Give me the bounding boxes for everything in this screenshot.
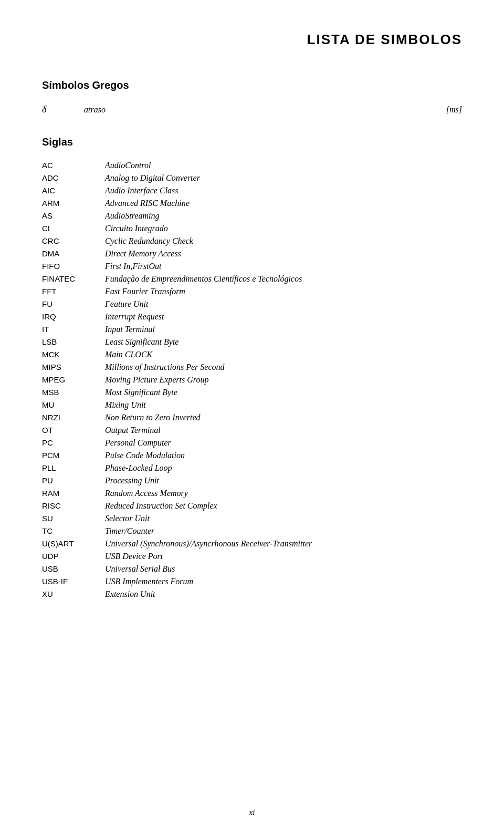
sigla-desc: Most Significant Byte <box>105 388 462 397</box>
sigla-abbr: UDP <box>42 552 105 561</box>
sigla-row: CRC Cyclic Redundancy Check <box>42 236 462 246</box>
sigla-abbr: FINATEC <box>42 274 105 283</box>
sigla-abbr: CRC <box>42 236 105 245</box>
sigla-row: ARM Advanced RISC Machine <box>42 199 462 208</box>
sigla-abbr: OT <box>42 426 105 434</box>
sigla-row: PC Personal Computer <box>42 438 462 448</box>
sigla-desc: Least Significant Byte <box>105 337 462 347</box>
sigla-abbr: AC <box>42 161 105 170</box>
sigla-desc: Interrupt Request <box>105 312 462 322</box>
sigla-desc: Cyclic Redundancy Check <box>105 236 462 246</box>
sigla-desc: Input Terminal <box>105 325 462 334</box>
sigla-row: RISC Reduced Instruction Set Complex <box>42 501 462 511</box>
sigla-row: MSB Most Significant Byte <box>42 388 462 397</box>
sigla-desc: Feature Unit <box>105 299 462 309</box>
sigla-desc: Moving Picture Experts Group <box>105 375 462 385</box>
sigla-desc: Circuito Integrado <box>105 224 462 233</box>
sigla-row: AIC Audio Interface Class <box>42 186 462 195</box>
sigla-row: FINATEC Fundação de Empreendimentos Cien… <box>42 274 462 284</box>
page-number: xi <box>249 808 255 817</box>
sigla-desc: Audio Interface Class <box>105 186 462 195</box>
siglas-heading: Siglas <box>42 136 462 148</box>
sigla-row: FU Feature Unit <box>42 299 462 309</box>
sigla-row: XU Extension Unit <box>42 589 462 599</box>
sigla-abbr: ADC <box>42 173 105 182</box>
sigla-abbr: MCK <box>42 350 105 359</box>
greek-section: Símbolos Gregos δ atraso [ms] <box>42 79 462 115</box>
sigla-abbr: ARM <box>42 199 105 208</box>
greek-unit: [ms] <box>420 105 462 115</box>
sigla-row: OT Output Terminal <box>42 426 462 435</box>
sigla-abbr: USB-IF <box>42 577 105 586</box>
sigla-row: UDP USB Device Port <box>42 552 462 561</box>
sigla-desc: Analog to Digital Converter <box>105 173 462 183</box>
sigla-abbr: CI <box>42 224 105 233</box>
sigla-abbr: MIPS <box>42 363 105 371</box>
sigla-row: USB Universal Serial Bus <box>42 564 462 574</box>
sigla-abbr: DMA <box>42 249 105 258</box>
sigla-abbr: PCM <box>42 451 105 460</box>
sigla-row: PLL Phase-Locked Loop <box>42 463 462 473</box>
sigla-row: MCK Main CLOCK <box>42 350 462 359</box>
sigla-abbr: LSB <box>42 337 105 346</box>
sigla-row: U(S)ART Universal (Synchronous)/Asyncrho… <box>42 539 462 549</box>
sigla-desc: AudioControl <box>105 161 462 170</box>
sigla-row: MU Mixing Unit <box>42 400 462 410</box>
greek-description: atraso <box>84 105 420 115</box>
greek-row: δ atraso [ms] <box>42 104 462 115</box>
sigla-abbr: IT <box>42 325 105 334</box>
sigla-row: MPEG Moving Picture Experts Group <box>42 375 462 385</box>
sigla-abbr: AIC <box>42 186 105 195</box>
sigla-desc: Advanced RISC Machine <box>105 199 462 208</box>
sigla-abbr: FFT <box>42 287 105 296</box>
sigla-abbr: TC <box>42 526 105 535</box>
sigla-row: TC Timer/Counter <box>42 526 462 536</box>
sigla-row: CI Circuito Integrado <box>42 224 462 233</box>
sigla-row: FIFO First In,FirstOut <box>42 262 462 271</box>
sigla-abbr: MU <box>42 400 105 409</box>
sigla-row: FFT Fast Fourier Transform <box>42 287 462 296</box>
sigla-row: USB-IF USB Implementers Forum <box>42 577 462 586</box>
sigla-row: ADC Analog to Digital Converter <box>42 173 462 183</box>
sigla-desc: Pulse Code Modulation <box>105 451 462 460</box>
sigla-abbr: PLL <box>42 463 105 472</box>
sigla-abbr: MSB <box>42 388 105 397</box>
sigla-abbr: SU <box>42 514 105 523</box>
sigla-row: PU Processing Unit <box>42 476 462 485</box>
sigla-row: IRQ Interrupt Request <box>42 312 462 322</box>
sigla-desc: USB Implementers Forum <box>105 577 462 586</box>
sigla-desc: Direct Memory Access <box>105 249 462 258</box>
sigla-desc: Universal (Synchronous)/Asyncrhonous Rec… <box>105 539 462 549</box>
sigla-abbr: AS <box>42 211 105 220</box>
sigla-desc: Output Terminal <box>105 426 462 435</box>
sigla-desc: Millions of Instructions Per Second <box>105 363 462 372</box>
sigla-desc: Timer/Counter <box>105 526 462 536</box>
greek-symbol: δ <box>42 104 84 115</box>
sigla-row: AC AudioControl <box>42 161 462 170</box>
sigla-row: SU Selector Unit <box>42 514 462 523</box>
sigla-desc: AudioStreaming <box>105 211 462 221</box>
sigla-abbr: IRQ <box>42 312 105 321</box>
sigla-desc: Selector Unit <box>105 514 462 523</box>
greek-heading: Símbolos Gregos <box>42 79 462 91</box>
siglas-section: Siglas AC AudioControl ADC Analog to Dig… <box>42 136 462 599</box>
sigla-abbr: U(S)ART <box>42 539 105 548</box>
sigla-abbr: PU <box>42 476 105 485</box>
sigla-row: NRZI Non Return to Zero Inverted <box>42 413 462 422</box>
sigla-abbr: FU <box>42 299 105 308</box>
sigla-row: IT Input Terminal <box>42 325 462 334</box>
sigla-abbr: FIFO <box>42 262 105 271</box>
sigla-desc: Processing Unit <box>105 476 462 485</box>
sigla-abbr: XU <box>42 589 105 598</box>
sigla-abbr: RAM <box>42 489 105 498</box>
sigla-desc: Fast Fourier Transform <box>105 287 462 296</box>
page-title: LISTA DE SIMBOLOS <box>42 32 462 48</box>
sigla-desc: First In,FirstOut <box>105 262 462 271</box>
sigla-row: DMA Direct Memory Access <box>42 249 462 258</box>
sigla-desc: Mixing Unit <box>105 400 462 410</box>
sigla-row: MIPS Millions of Instructions Per Second <box>42 363 462 372</box>
sigla-abbr: USB <box>42 564 105 573</box>
sigla-desc: Personal Computer <box>105 438 462 448</box>
sigla-abbr: PC <box>42 438 105 447</box>
sigla-desc: Extension Unit <box>105 589 462 599</box>
